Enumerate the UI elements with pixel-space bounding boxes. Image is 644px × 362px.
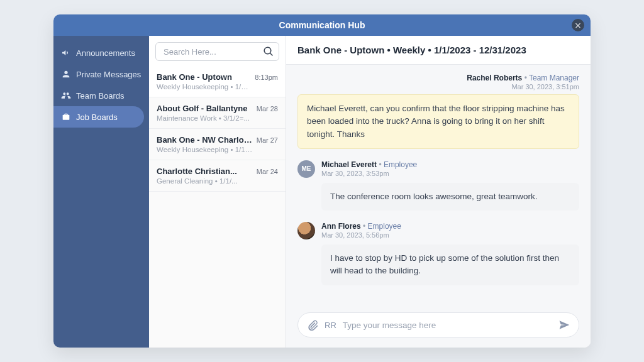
composer-prefix: RR: [325, 321, 336, 330]
message-outgoing: Rachel Roberts • Team Manager Mar 30, 20…: [297, 74, 579, 149]
message-role: Team Manager: [529, 74, 579, 82]
thread-list-column: Bank One - Uptown Weekly Housekeeping • …: [149, 36, 286, 348]
users-icon: [61, 90, 71, 101]
thread-title: Bank One - Uptown: [157, 72, 251, 82]
message-bubble: Michael Everett, can you confirm that th…: [297, 94, 579, 149]
message-author: Ann Flores: [321, 222, 361, 231]
megaphone-icon: [61, 48, 71, 58]
thread-title: Bank One - NW Charlotte: [157, 135, 253, 145]
composer-input[interactable]: [343, 321, 552, 330]
message-incoming: Ann Flores • Employee Mar 30, 2023, 5:56…: [297, 222, 579, 285]
close-button[interactable]: [572, 19, 584, 31]
user-icon: [61, 69, 71, 79]
title-bar: Communication Hub: [53, 14, 591, 36]
conversation-header: Bank One - Uptown • Weekly • 1/1/2023 - …: [286, 36, 591, 65]
conversation-panel: Bank One - Uptown • Weekly • 1/1/2023 - …: [286, 36, 591, 348]
thread-title: Charlotte Christian...: [157, 167, 238, 176]
sidebar-item-announcements[interactable]: Announcements: [53, 42, 149, 63]
avatar: ME: [297, 160, 315, 178]
search-input[interactable]: [155, 42, 279, 61]
thread-subtitle: Weekly Housekeeping • 1/1/...: [157, 146, 253, 153]
avatar: [297, 222, 315, 239]
thread-subtitle: Maintenance Work • 3/1/2=...: [157, 114, 250, 122]
thread-item[interactable]: Bank One - Uptown Weekly Housekeeping • …: [149, 66, 286, 97]
sidebar-item-private-messages[interactable]: Private Messages: [53, 63, 149, 85]
send-icon[interactable]: [558, 319, 570, 331]
briefcase-icon: [61, 112, 71, 122]
sidebar-item-label: Private Messages: [76, 70, 141, 79]
thread-subtitle: Weekly Housekeeping • 1/1/...: [157, 83, 251, 90]
message-role: Employee: [368, 222, 401, 231]
thread-item[interactable]: Bank One - NW Charlotte Weekly Housekeep…: [149, 129, 286, 160]
close-icon: [574, 21, 582, 29]
composer-box[interactable]: RR: [297, 312, 579, 337]
thread-subtitle: General Cleaning • 1/1/...: [157, 177, 238, 185]
sidebar-item-label: Job Boards: [76, 112, 118, 122]
message-bubble: The conference room looks awesome, great…: [321, 183, 579, 211]
message-time: Mar 30, 2023, 5:56pm: [321, 231, 401, 239]
paperclip-icon[interactable]: [307, 319, 318, 331]
thread-time: Mar 28: [257, 104, 278, 122]
thread-title: About Golf - Ballantyne: [157, 104, 250, 113]
message-time: Mar 30, 2023, 3:53pm: [321, 170, 417, 177]
sidebar-item-label: Announcements: [76, 48, 135, 58]
message-time: Mar 30, 2023, 3:51pm: [297, 83, 579, 90]
thread-item[interactable]: Charlotte Christian... General Cleaning …: [149, 160, 286, 192]
thread-time: Mar 24: [257, 167, 278, 185]
message-bubble: I have to stop by HD to pick up some of …: [321, 244, 579, 285]
thread-item[interactable]: About Golf - Ballantyne Maintenance Work…: [149, 97, 286, 129]
message-incoming: ME Michael Everett • Employee Mar 30, 20…: [297, 160, 579, 211]
search-icon: [263, 46, 274, 57]
message-composer: RR: [286, 305, 591, 348]
sidebar-item-label: Team Boards: [76, 91, 125, 101]
thread-time: Mar 27: [257, 135, 278, 153]
message-author: Rachel Roberts: [467, 74, 522, 82]
app-window: Communication Hub Announcements Private …: [53, 14, 591, 348]
sidebar: Announcements Private Messages Team Boar…: [53, 36, 149, 348]
sidebar-item-job-boards[interactable]: Job Boards: [53, 106, 144, 128]
message-list: Rachel Roberts • Team Manager Mar 30, 20…: [286, 65, 591, 305]
message-author: Michael Everett: [321, 160, 377, 169]
thread-time: 8:13pm: [255, 72, 278, 90]
window-title: Communication Hub: [279, 20, 365, 30]
sidebar-item-team-boards[interactable]: Team Boards: [53, 85, 149, 106]
message-role: Employee: [384, 160, 417, 169]
